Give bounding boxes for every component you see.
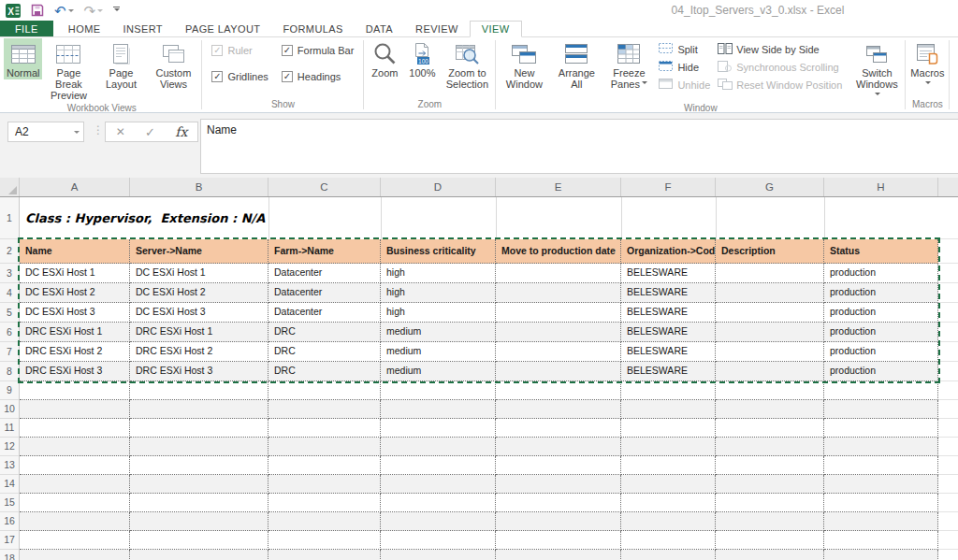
cell-F15[interactable] bbox=[621, 494, 716, 512]
cell-B9[interactable] bbox=[130, 381, 269, 400]
cell-E2[interactable]: Move to production date bbox=[496, 239, 621, 264]
formula-bar-checkbox[interactable]: ✓ Formula Bar bbox=[282, 45, 355, 56]
cell-I18[interactable] bbox=[938, 550, 958, 560]
cell-G7[interactable] bbox=[716, 342, 824, 362]
cell-B14[interactable] bbox=[130, 475, 269, 494]
cell-E14[interactable] bbox=[496, 475, 621, 494]
cell-D11[interactable] bbox=[381, 419, 496, 438]
tab-view[interactable]: VIEW bbox=[470, 21, 522, 37]
cell-H3[interactable]: production bbox=[824, 264, 938, 283]
cell-E12[interactable] bbox=[496, 438, 621, 456]
cell-C11[interactable] bbox=[269, 419, 381, 438]
synchronous-scrolling-button[interactable]: Synchronous Scrolling bbox=[714, 58, 846, 76]
row-header-10[interactable]: 10 bbox=[0, 400, 20, 419]
cell-H9[interactable] bbox=[824, 381, 938, 400]
cell-B3[interactable]: DC ESXi Host 1 bbox=[130, 264, 269, 283]
cell-F7[interactable]: BELESWARE bbox=[621, 342, 716, 362]
cell-G14[interactable] bbox=[716, 475, 824, 494]
cell-B11[interactable] bbox=[130, 419, 269, 438]
cell-D9[interactable] bbox=[381, 381, 496, 400]
split-button[interactable]: Split bbox=[655, 40, 714, 58]
gridlines-checkbox[interactable]: ✓ Gridlines bbox=[211, 71, 268, 82]
column-header-G[interactable]: G bbox=[716, 178, 824, 196]
cell-C18[interactable] bbox=[269, 550, 381, 560]
cell-A16[interactable] bbox=[20, 512, 130, 531]
cell-G11[interactable] bbox=[716, 419, 824, 438]
cell-D17[interactable] bbox=[381, 531, 496, 550]
cell-A10[interactable] bbox=[20, 400, 130, 419]
excel-logo-icon[interactable]: X bbox=[6, 4, 21, 18]
cell-A1[interactable]: Class : Hypervisor, Extension : N/A bbox=[25, 197, 605, 239]
cell-G16[interactable] bbox=[716, 512, 824, 531]
cell-D3[interactable]: high bbox=[381, 264, 496, 283]
zoom-100-button[interactable]: 100 100% bbox=[403, 38, 441, 79]
cell-B15[interactable] bbox=[130, 494, 269, 512]
cell-A6[interactable]: DRC ESXi Host 1 bbox=[20, 323, 130, 342]
cell-B18[interactable] bbox=[130, 550, 269, 560]
cell-F16[interactable] bbox=[621, 512, 716, 531]
cell-G12[interactable] bbox=[716, 438, 824, 456]
cell-G15[interactable] bbox=[716, 494, 824, 512]
cell-G18[interactable] bbox=[716, 550, 824, 560]
cell-H14[interactable] bbox=[824, 475, 938, 494]
row-header-3[interactable]: 3 bbox=[0, 264, 20, 283]
cell-I17[interactable] bbox=[938, 531, 958, 550]
cell-C14[interactable] bbox=[269, 475, 381, 494]
cell-F3[interactable]: BELESWARE bbox=[621, 264, 716, 283]
cell-D18[interactable] bbox=[381, 550, 496, 560]
cell-C17[interactable] bbox=[269, 531, 381, 550]
cell-B17[interactable] bbox=[130, 531, 269, 550]
cell-I3[interactable] bbox=[938, 264, 958, 283]
cancel-icon[interactable]: ✕ bbox=[116, 125, 125, 138]
cell-I2[interactable] bbox=[938, 239, 958, 264]
custom-views-button[interactable]: Custom Views bbox=[147, 38, 199, 91]
cell-E7[interactable] bbox=[496, 342, 621, 362]
cell-H17[interactable] bbox=[824, 531, 938, 550]
cell-C6[interactable]: DRC bbox=[269, 323, 381, 342]
cell-H5[interactable]: production bbox=[824, 303, 938, 323]
freeze-panes-button[interactable]: Freeze Panes bbox=[602, 38, 655, 91]
cell-C13[interactable] bbox=[269, 456, 381, 475]
reset-window-position-button[interactable]: Reset Window Position bbox=[714, 76, 846, 93]
row-header-4[interactable]: 4 bbox=[0, 283, 20, 303]
cell-E3[interactable] bbox=[496, 264, 621, 283]
cell-F4[interactable]: BELESWARE bbox=[621, 283, 716, 303]
cell-D14[interactable] bbox=[381, 475, 496, 494]
arrange-all-button[interactable]: Arrange All bbox=[550, 38, 602, 91]
cell-I8[interactable] bbox=[938, 362, 958, 381]
row-header-17[interactable]: 17 bbox=[0, 531, 20, 550]
tab-formulas[interactable]: FORMULAS bbox=[271, 21, 354, 36]
row-header-16[interactable]: 16 bbox=[0, 512, 20, 531]
unhide-button[interactable]: Unhide bbox=[655, 76, 714, 93]
cell-D13[interactable] bbox=[381, 456, 496, 475]
redo-button[interactable]: ↷ bbox=[84, 4, 104, 18]
cell-F13[interactable] bbox=[621, 456, 716, 475]
cell-F18[interactable] bbox=[621, 550, 716, 560]
redo-dropdown-icon[interactable] bbox=[97, 9, 103, 15]
cell-D15[interactable] bbox=[381, 494, 496, 512]
cell-E4[interactable] bbox=[496, 283, 621, 303]
cell-I14[interactable] bbox=[938, 475, 958, 494]
cell-D6[interactable]: medium bbox=[381, 323, 496, 342]
cell-B7[interactable]: DRC ESXi Host 2 bbox=[130, 342, 269, 362]
cell-E11[interactable] bbox=[496, 419, 621, 438]
cell-A15[interactable] bbox=[20, 494, 130, 512]
name-box-dropdown-icon[interactable] bbox=[74, 131, 80, 136]
cell-E6[interactable] bbox=[496, 323, 621, 342]
cell-G13[interactable] bbox=[716, 456, 824, 475]
cell-A9[interactable] bbox=[20, 381, 130, 400]
cell-A18[interactable] bbox=[20, 550, 130, 560]
cell-B16[interactable] bbox=[130, 512, 269, 531]
normal-view-button[interactable]: Normal bbox=[4, 38, 42, 79]
cell-E8[interactable] bbox=[496, 362, 621, 381]
row-header-9[interactable]: 9 bbox=[0, 381, 20, 400]
cell-G6[interactable] bbox=[716, 323, 824, 342]
column-header-C[interactable]: C bbox=[269, 178, 381, 196]
cell-A8[interactable]: DRC ESXi Host 3 bbox=[20, 362, 130, 381]
hide-button[interactable]: Hide bbox=[655, 58, 714, 76]
cell-F10[interactable] bbox=[621, 400, 716, 419]
cell-B13[interactable] bbox=[130, 456, 269, 475]
insert-function-icon[interactable]: fx bbox=[175, 124, 187, 139]
column-header-E[interactable]: E bbox=[496, 178, 621, 196]
page-break-preview-button[interactable]: Page Break Preview bbox=[42, 38, 94, 102]
